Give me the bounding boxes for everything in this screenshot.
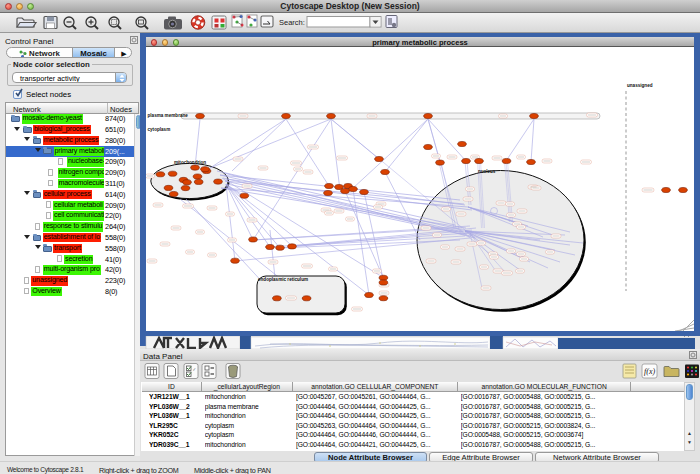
svg-text:Search:: Search: — [279, 18, 305, 27]
svg-text:✓: ✓ — [193, 367, 197, 372]
svg-text:endoplasmic reticulum: endoplasmic reticulum — [258, 277, 308, 282]
svg-text:cytoplasm: cytoplasm — [148, 127, 171, 132]
svg-text:mitochondrion: mitochondrion — [174, 160, 206, 165]
svg-text:unassigned: unassigned — [627, 83, 653, 88]
svg-text:nucleus: nucleus — [478, 169, 496, 174]
svg-text:f(x): f(x) — [644, 367, 655, 376]
svg-text:plasma membrane: plasma membrane — [148, 113, 189, 118]
